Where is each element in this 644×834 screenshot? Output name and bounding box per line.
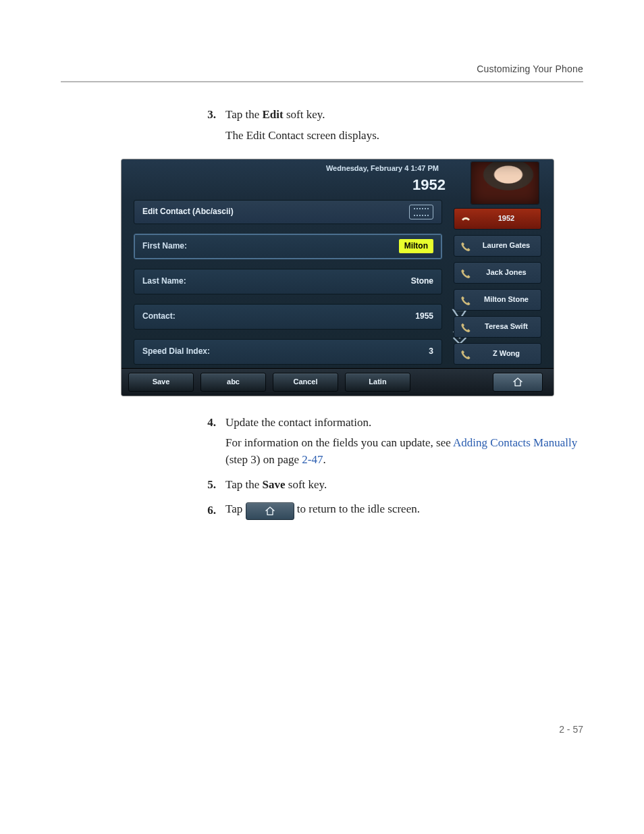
- screenshot-date: Wednesday, February 4 1:47 PM: [326, 163, 439, 174]
- handset-icon: [460, 321, 472, 333]
- field-first-name[interactable]: First Name: Milton: [134, 234, 442, 259]
- contact-photo: [471, 162, 539, 204]
- edit-contact-panel: Edit Contact (Abc/ascii) First Name: Mil…: [134, 200, 442, 362]
- field-last-name[interactable]: Last Name: Stone: [134, 269, 442, 294]
- step-4-text: Update the contact information.: [225, 415, 583, 432]
- step-4-sub-a: For information on the fields you can up…: [225, 436, 453, 449]
- softkey-save[interactable]: Save: [128, 373, 194, 392]
- step-4-sub-b: (step 3) on page: [225, 453, 302, 466]
- step-6: 6. Tap to return to the idle screen.: [203, 501, 583, 520]
- step-5-text-b: soft key.: [286, 478, 327, 491]
- link-adding-contacts-manually[interactable]: Adding Contacts Manually: [453, 436, 577, 449]
- sidebar-item-label: Teresa Swift: [477, 321, 535, 332]
- home-icon: [512, 377, 523, 388]
- sidebar-item-milton-stone[interactable]: Milton Stone: [454, 289, 541, 311]
- sidebar-item-z-wong[interactable]: Z Wong: [454, 343, 541, 365]
- sidebar-item-label: Lauren Gates: [477, 240, 535, 251]
- softkey-bar: Save abc Cancel Latin: [122, 368, 554, 396]
- step-3: 3. Tap the Edit soft key.: [203, 107, 583, 124]
- handset-icon: [460, 294, 472, 306]
- screenshot-extension: 1952: [412, 174, 446, 196]
- field-last-name-label: Last Name:: [142, 276, 186, 287]
- sidebar-item-label: 1952: [477, 213, 535, 224]
- running-head: Customizing Your Phone: [61, 62, 583, 76]
- field-contact[interactable]: Contact: 1955: [134, 304, 442, 330]
- field-last-name-value: Stone: [411, 276, 433, 287]
- step-3-text-a: Tap the: [225, 108, 263, 121]
- step-3-text-b: soft key.: [284, 108, 325, 121]
- sidebar-item-lauren-gates[interactable]: Lauren Gates: [454, 235, 541, 257]
- step-6-text-b: to return to the idle screen.: [297, 502, 420, 515]
- step-3-number: 3.: [203, 107, 216, 124]
- sidebar-item-1952[interactable]: 1952: [454, 208, 541, 230]
- speed-dial-sidebar: 1952 Lauren Gates Jack Jones Milton Ston…: [454, 208, 541, 365]
- handset-icon: [460, 348, 472, 360]
- step-4-number: 4.: [203, 415, 216, 432]
- softkey-latin[interactable]: Latin: [345, 373, 410, 392]
- sidebar-item-teresa-swift[interactable]: Teresa Swift: [454, 316, 541, 338]
- step-6-text-a: Tap: [225, 502, 246, 515]
- sidebar-item-label: Milton Stone: [477, 294, 535, 305]
- field-first-name-value: Milton: [399, 239, 433, 253]
- keyboard-icon[interactable]: [409, 205, 433, 219]
- step-4: 4. Update the contact information.: [203, 415, 583, 432]
- field-speed-dial-value: 3: [429, 346, 433, 357]
- page-number: 2 - 57: [61, 723, 583, 736]
- handset-icon: [460, 267, 472, 279]
- link-page-2-47[interactable]: 2-47: [302, 453, 323, 466]
- home-softkey-inline: [246, 502, 294, 520]
- step-3-sub: The Edit Contact screen displays.: [225, 128, 583, 145]
- softkey-home[interactable]: [493, 373, 543, 392]
- sidebar-item-label: Jack Jones: [477, 267, 535, 278]
- field-speed-dial-label: Speed Dial Index:: [142, 346, 210, 357]
- step-5-number: 5.: [203, 477, 216, 494]
- step-5-text-a: Tap the: [225, 478, 263, 491]
- header-rule: [61, 81, 583, 82]
- sidebar-item-jack-jones[interactable]: Jack Jones: [454, 262, 541, 284]
- step-5: 5. Tap the Save soft key.: [203, 477, 583, 494]
- panel-title: Edit Contact (Abc/ascii): [142, 206, 234, 217]
- step-5-bold: Save: [263, 478, 286, 491]
- handset-down-icon: [460, 213, 472, 225]
- field-contact-value: 1955: [415, 311, 433, 322]
- home-icon: [265, 506, 275, 517]
- handset-icon: [460, 240, 472, 252]
- panel-title-bar: Edit Contact (Abc/ascii): [134, 200, 442, 224]
- step-4-sub-c: .: [323, 453, 325, 466]
- field-contact-label: Contact:: [142, 311, 176, 322]
- field-first-name-label: First Name:: [142, 240, 187, 252]
- field-speed-dial[interactable]: Speed Dial Index: 3: [134, 339, 442, 365]
- sidebar-item-label: Z Wong: [477, 348, 535, 359]
- softkey-abc[interactable]: abc: [200, 373, 266, 392]
- screenshot-edit-contact: Wednesday, February 4 1:47 PM 1952 Edit …: [122, 159, 554, 396]
- softkey-cancel[interactable]: Cancel: [273, 373, 338, 392]
- step-6-number: 6.: [203, 502, 216, 519]
- step-3-bold: Edit: [263, 108, 284, 121]
